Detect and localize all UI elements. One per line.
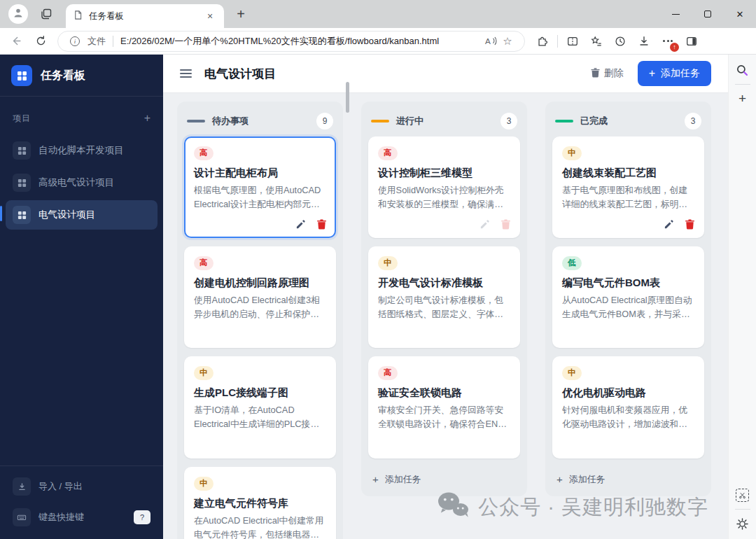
history-icon[interactable] [611,32,629,50]
task-card[interactable]: 中创建线束装配工艺图基于电气原理图和布线图，创建详细的线束装配工艺图，标明剥线长… [552,136,704,238]
plus-icon: + [649,68,655,79]
task-card[interactable]: 高验证安全联锁电路审核安全门开关、急停回路等安全联锁电路设计，确保符合EN IS… [368,356,520,458]
task-title: 验证安全联锁电路 [378,386,510,400]
main-panel: 电气设计项目 删除 + 添加任务 待办事项9高设计主配电柜布局根据电气原理图，使… [163,55,728,539]
browser-tab[interactable]: 任务看板 × [66,4,224,28]
screenshot-snip-icon[interactable] [733,485,752,505]
refresh-button[interactable] [31,31,50,51]
task-description: 制定公司电气设计标准模板，包括图纸格式、图层定义、字体大小、符号... [378,293,510,321]
svg-text:A: A [485,36,491,46]
task-title: 开发电气设计标准模板 [378,276,510,290]
task-card[interactable]: 高设计控制柜三维模型使用SolidWorks设计控制柜外壳和安装板的三维模型，确… [368,136,520,238]
back-button[interactable] [6,31,25,51]
edit-pencil-icon[interactable] [479,219,490,230]
add-project-icon[interactable]: + [144,112,150,125]
update-notification-badge: ↑ [670,43,679,52]
divider [557,35,558,48]
read-aloud-icon[interactable]: A [482,33,499,50]
delete-trash-icon[interactable] [685,219,694,230]
add-task-button[interactable]: + 添加任务 [638,61,711,86]
sidebar-item-project-0[interactable]: 自动化脚本开发项目 [6,136,158,165]
new-tab-button[interactable]: + [231,4,251,24]
browser-toolbar: i 文件 E:/2026/02M/一个用单个%20HTML%20文件实现的看板/… [0,28,756,55]
sidebar-item-project-2[interactable]: 电气设计项目 [6,200,158,230]
hamburger-menu-icon[interactable] [180,69,192,78]
settings-gear-icon[interactable] [733,514,752,533]
delete-project-button[interactable]: 删除 [591,67,624,80]
column-add-task-button[interactable]: +添加任务 [368,467,520,489]
task-card[interactable]: 高设计主配电柜布局根据电气原理图，使用AutoCAD Electrical设计主… [184,136,336,238]
column-name: 已完成 [580,115,685,127]
keyboard-shortcuts-button[interactable]: 键盘快捷键 ? [6,503,158,532]
project-label: 高级电气设计项目 [38,176,114,189]
priority-badge: 高 [378,366,398,380]
watermark: 公众号 · 吴建明利驰数字 [437,491,708,524]
downloads-icon[interactable] [635,32,653,50]
sidebar-item-project-1[interactable]: 高级电气设计项目 [6,168,158,197]
address-bar[interactable]: i 文件 E:/2026/02M/一个用单个%20HTML%20文件实现的看板/… [57,31,525,52]
minimize-button[interactable] [659,0,692,28]
task-title: 优化电机驱动电路 [562,386,694,400]
column-add-task-label: 添加任务 [385,473,421,486]
task-card[interactable]: 中生成PLC接线端子图基于IO清单，在AutoCAD Electrical中生成… [184,356,336,458]
edit-pencil-icon[interactable] [664,219,674,230]
column-accent-dash [555,120,573,122]
task-card[interactable]: 低编写电气元件BOM表从AutoCAD Electrical原理图自动生成电气元… [552,246,704,348]
edit-pencil-icon[interactable] [295,219,306,230]
kanban-column-1: 进行中3高设计控制柜三维模型使用SolidWorks设计控制柜外壳和安装板的三维… [361,102,527,496]
priority-badge: 高 [194,256,214,270]
close-window-button[interactable]: ✕ [724,0,756,28]
url-text[interactable]: E:/2026/02M/一个用单个%20HTML%20文件实现的看板/flowb… [120,35,482,48]
column-add-task-button[interactable]: +添加任务 [552,467,704,489]
extensions-icon[interactable] [533,32,552,50]
ellipsis-icon [663,40,673,42]
favorites-icon[interactable] [587,32,606,50]
project-label: 自动化脚本开发项目 [38,144,124,157]
minimize-icon [672,14,680,15]
kanban-column-2: 已完成3中创建线束装配工艺图基于电气原理图和布线图，创建详细的线束装配工艺图，标… [545,102,711,496]
add-sidebar-item-icon[interactable]: + [733,89,752,108]
project-list: 自动化脚本开发项目高级电气设计项目电气设计项目 [0,136,163,230]
edge-sidebar-strip: + [728,55,756,539]
import-export-button[interactable]: 导入 / 导出 [6,472,158,501]
task-title: 创建线束装配工艺图 [562,167,694,180]
favorite-star-icon[interactable]: ☆ [499,33,516,50]
maximize-button[interactable] [692,0,724,28]
divider [735,509,750,510]
column-add-task-label: 添加任务 [569,473,606,486]
divider [0,465,163,466]
more-menu-icon[interactable]: ↑ [659,32,677,50]
task-card[interactable]: 中建立电气元件符号库在AutoCAD Electrical中创建常用电气元件符号… [184,467,336,539]
header-actions: 删除 + 添加任务 [591,61,711,86]
task-card[interactable]: 中优化电机驱动电路针对伺服电机和变频器应用，优化驱动电路设计，增加滤波和抑制干扰… [552,356,704,458]
info-icon[interactable]: i [66,33,83,50]
page-title: 电气设计项目 [204,66,276,82]
kanban-app: 任务看板 项目 + 自动化脚本开发项目高级电气设计项目电气设计项目 导入 / 导… [0,55,728,539]
shortcuts-help-badge[interactable]: ? [134,510,150,524]
sidebar-toggle-icon[interactable] [682,32,701,50]
kanban-grid-icon [13,206,31,224]
bing-search-icon[interactable] [733,60,752,80]
delete-trash-icon[interactable] [501,219,510,230]
priority-badge: 中 [562,146,582,160]
priority-badge: 中 [562,366,582,380]
board: 待办事项9高设计主配电柜布局根据电气原理图，使用AutoCAD Electric… [163,93,728,539]
tab-close-icon[interactable]: × [203,9,217,23]
profile-button[interactable] [8,4,28,24]
task-description: 在AutoCAD Electrical中创建常用电气元件符号库，包括继电器、开关… [194,514,326,539]
column-scrollbar-thumb[interactable] [346,82,349,113]
split-screen-icon[interactable] [564,32,582,50]
delete-trash-icon[interactable] [317,219,326,230]
task-description: 从AutoCAD Electrical原理图自动生成电气元件BOM表，并与采购部… [562,293,694,321]
task-title: 设计控制柜三维模型 [378,167,510,180]
window-controls: ✕ [659,0,756,28]
task-description: 针对伺服电机和变频器应用，优化驱动电路设计，增加滤波和抑制干扰措... [562,403,694,431]
board-header: 电气设计项目 删除 + 添加任务 [163,55,728,93]
page-favicon [73,10,83,23]
workspaces-icon[interactable] [39,7,53,21]
task-card[interactable]: 中开发电气设计标准模板制定公司电气设计标准模板，包括图纸格式、图层定义、字体大小… [368,246,520,348]
person-icon [12,6,24,22]
kanban-grid-icon [13,141,31,160]
import-export-icon [13,477,31,496]
task-card[interactable]: 高创建电机控制回路原理图使用AutoCAD Electrical创建3相异步电机… [184,246,336,348]
